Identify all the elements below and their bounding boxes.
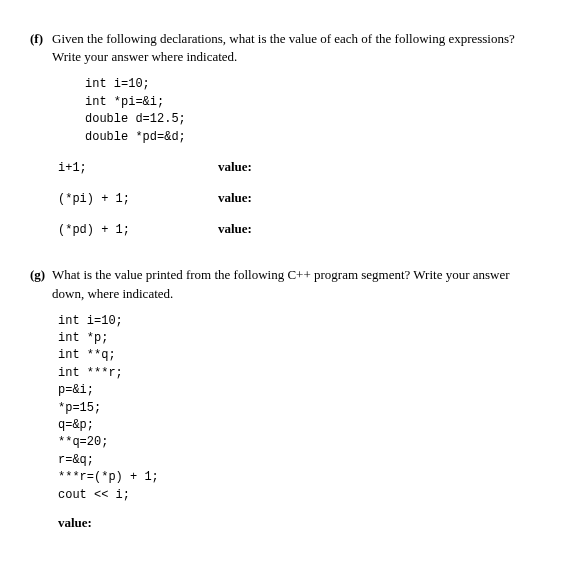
question-g-prompt: What is the value printed from the follo… bbox=[52, 266, 542, 302]
expression-code: (*pd) + 1; bbox=[58, 222, 218, 239]
question-f-marker: (f) bbox=[30, 30, 52, 66]
expression-code: (*pi) + 1; bbox=[58, 191, 218, 208]
question-g-value-label: value: bbox=[58, 514, 542, 532]
question-f: (f) Given the following declarations, wh… bbox=[30, 30, 542, 238]
question-g-marker: (g) bbox=[30, 266, 52, 302]
question-f-declarations: int i=10; int *pi=&i; double d=12.5; dou… bbox=[85, 76, 542, 146]
question-g-header: (g) What is the value printed from the f… bbox=[30, 266, 542, 302]
question-f-prompt: Given the following declarations, what i… bbox=[52, 30, 542, 66]
value-label: value: bbox=[218, 220, 252, 238]
expression-row: (*pi) + 1; value: bbox=[58, 189, 542, 208]
question-f-header: (f) Given the following declarations, wh… bbox=[30, 30, 542, 66]
question-g-code: int i=10; int *p; int **q; int ***r; p=&… bbox=[58, 313, 542, 504]
expression-code: i+1; bbox=[58, 160, 218, 177]
question-g: (g) What is the value printed from the f… bbox=[30, 266, 542, 532]
expression-row: (*pd) + 1; value: bbox=[58, 220, 542, 239]
expression-row: i+1; value: bbox=[58, 158, 542, 177]
value-label: value: bbox=[218, 158, 252, 176]
value-label: value: bbox=[218, 189, 252, 207]
